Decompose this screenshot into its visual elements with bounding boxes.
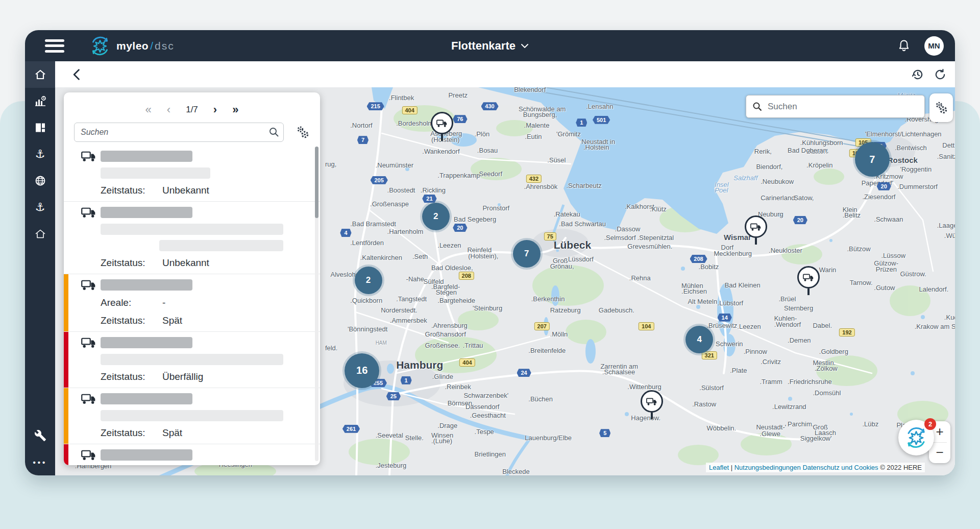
- map-label: .Tramm: [760, 378, 782, 386]
- road-badge: 261: [342, 425, 360, 433]
- map-label: .Ziesendorf: [862, 193, 895, 201]
- map-label: .Ammersbek: [390, 317, 427, 324]
- attribution-link[interactable]: Leaflet: [709, 464, 729, 471]
- map-label: Schwarzenbek': [463, 391, 508, 399]
- map-label: .Boostedt: [387, 186, 415, 194]
- map-label: Stegen: [436, 288, 457, 296]
- cluster-marker[interactable]: 2: [355, 267, 382, 294]
- field-value: Überfällig: [162, 371, 203, 382]
- road-badge: 404: [402, 106, 417, 114]
- truck-marker[interactable]: [641, 390, 663, 419]
- list-item[interactable]: Zeitstatus:Spät: [64, 388, 320, 444]
- skeleton-title: [101, 393, 192, 404]
- map-label: .Holstein: [583, 143, 609, 151]
- panel-settings-button[interactable]: [296, 125, 310, 139]
- map-label: .Domsühl: [813, 389, 841, 397]
- road-badge: 1: [401, 376, 412, 384]
- map-label: .Pinnow: [744, 347, 767, 355]
- hamburger-menu-button[interactable]: [45, 39, 64, 53]
- back-button[interactable]: [70, 67, 84, 82]
- map-label: .Rastow: [692, 400, 716, 408]
- refresh-icon[interactable]: [934, 68, 947, 81]
- list-item[interactable]: Zeitstatus:Unbekannt: [64, 146, 320, 202]
- map-label: .Selmsdorf: [604, 234, 635, 242]
- status-edge-red: [64, 332, 68, 388]
- map-label: .Goldberg: [819, 347, 848, 355]
- map-label: .Malente: [524, 121, 550, 129]
- skeleton-line: [101, 354, 283, 365]
- home-outline-icon: [34, 228, 46, 240]
- map-search-box[interactable]: [746, 95, 925, 118]
- sidebar-item-tools[interactable]: [25, 422, 55, 449]
- pagination-first-button[interactable]: «: [145, 104, 152, 115]
- brand-separator: /: [150, 40, 153, 52]
- bell-icon[interactable]: [897, 39, 911, 53]
- attribution-text: |: [729, 464, 734, 471]
- panel-search-input[interactable]: [74, 123, 284, 142]
- chart-clock-icon: [34, 95, 46, 107]
- history-icon[interactable]: [911, 68, 924, 81]
- cluster-marker[interactable]: 2: [422, 203, 450, 230]
- road-badge: 1: [576, 118, 587, 127]
- field-label: Areale:: [101, 297, 162, 308]
- attribution-link[interactable]: Datenschutz und Cookies: [802, 464, 878, 471]
- map-label: .Tespe: [475, 428, 494, 436]
- panel-scrollbar[interactable]: [315, 147, 318, 461]
- sidebar-item-globe[interactable]: [25, 167, 55, 194]
- myleo-map-button[interactable]: 2: [898, 420, 934, 455]
- sidebar-item-anchor-1[interactable]: ⚓: [25, 141, 55, 167]
- skeleton-title: [101, 151, 192, 162]
- map-label: .Trittau: [463, 341, 483, 349]
- truck-marker-circle: [431, 112, 453, 134]
- truck-icon-wrap: [81, 449, 96, 461]
- pagination-next-button[interactable]: ›: [213, 104, 217, 115]
- sidebar-item-anchor-2[interactable]: ⚓: [25, 194, 55, 221]
- list-item[interactable]: Zeitstatus:Unbekannt: [64, 202, 320, 274]
- map-label: Biendorf,: [756, 163, 782, 171]
- sidebar-item-dashboard[interactable]: [25, 114, 55, 141]
- map-label: (Holstein),: [468, 252, 498, 259]
- truck-marker[interactable]: [797, 266, 820, 295]
- map-label: .Eichsen: [681, 287, 707, 295]
- map-label: Blekendorf: [514, 87, 546, 93]
- attribution-link[interactable]: Nutzungsbedingungen: [734, 464, 801, 471]
- cluster-marker[interactable]: 4: [685, 326, 713, 353]
- road-badge: 404: [459, 358, 475, 367]
- scrollbar-thumb[interactable]: [315, 147, 318, 218]
- item-field: Zeitstatus:Überfällig: [101, 370, 308, 383]
- brand: myleo/dsc: [90, 36, 175, 56]
- map-label: Dassendorf: [465, 403, 499, 411]
- cluster-marker[interactable]: 7: [513, 240, 541, 268]
- map-label: .Bad Bramstedt: [350, 220, 396, 227]
- pagination-last-button[interactable]: »: [232, 104, 238, 115]
- list-item[interactable]: Areale:uelzen, uelzen2: [64, 444, 320, 465]
- sidebar-item-analytics[interactable]: [25, 88, 55, 114]
- road-badge: 76: [453, 115, 467, 123]
- sidebar-item-home[interactable]: [25, 61, 55, 88]
- avatar[interactable]: MN: [924, 36, 944, 56]
- truck-icon: [81, 279, 96, 291]
- sidebar-item-more[interactable]: •••: [25, 449, 55, 475]
- road-badge: 7: [357, 136, 369, 144]
- map-search-input[interactable]: [767, 101, 924, 112]
- cluster-marker[interactable]: 7: [855, 142, 890, 177]
- pagination-prev-button[interactable]: ‹: [167, 104, 170, 115]
- map-label: .Crivitz: [761, 358, 781, 366]
- map-settings-button[interactable]: [929, 93, 953, 122]
- list-item[interactable]: Zeitstatus:Überfällig: [64, 332, 320, 388]
- item-field: Zeitstatus:Spät: [101, 426, 308, 439]
- map-label: Grönau,: [550, 262, 574, 270]
- page-title-dropdown[interactable]: Flottenkarte: [451, 39, 529, 53]
- field-value: Unbekannt: [162, 185, 209, 196]
- field-label: Zeitstatus:: [101, 185, 162, 196]
- map-label: Lalendorf.: [919, 285, 948, 293]
- sidebar-item-home-2[interactable]: [25, 221, 55, 247]
- list-item[interactable]: Areale:-Zeitstatus:Spät: [64, 274, 320, 332]
- app-window: BlekendorfMüritz.FlintbekPreetz.LensahnS…: [25, 30, 955, 475]
- vehicle-list: Zeitstatus:UnbekanntZeitstatus:Unbekannt…: [64, 146, 320, 465]
- cluster-marker[interactable]: 16: [345, 353, 379, 388]
- anchor-icon: ⚓: [35, 149, 45, 160]
- truck-marker[interactable]: [745, 215, 767, 245]
- truck-marker[interactable]: [431, 112, 453, 141]
- wrench-icon: [34, 429, 46, 442]
